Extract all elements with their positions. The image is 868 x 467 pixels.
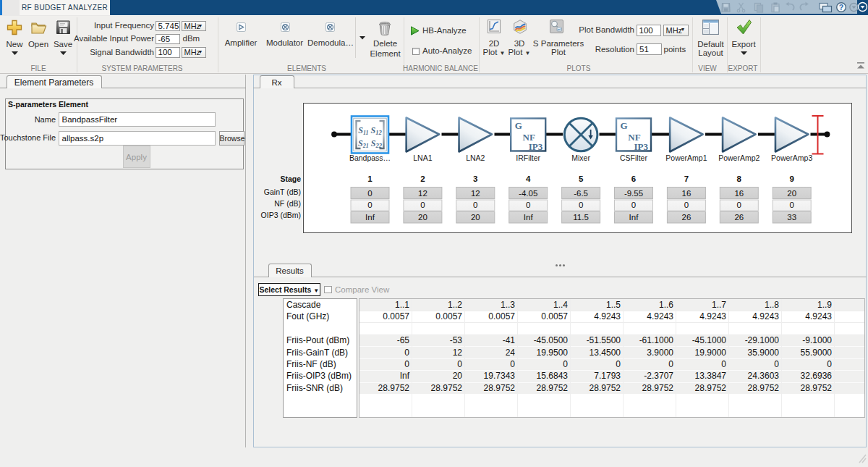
- svg-text:?: ?: [839, 3, 843, 12]
